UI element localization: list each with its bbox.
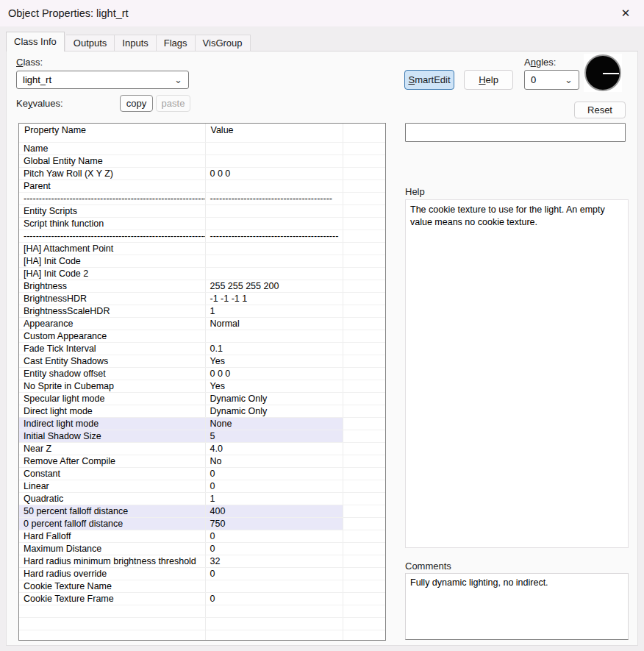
property-extra-cell[interactable] bbox=[343, 542, 386, 555]
property-name-cell[interactable]: Fade Tick Interval bbox=[19, 342, 205, 355]
property-extra-cell[interactable] bbox=[343, 617, 386, 630]
property-name-cell[interactable]: Parent bbox=[19, 179, 205, 192]
table-row[interactable]: Constant0 bbox=[19, 467, 386, 480]
separator-row[interactable]: ----------------------------------------… bbox=[19, 192, 386, 204]
property-value-cell[interactable]: Yes bbox=[205, 355, 343, 367]
property-value-cell[interactable] bbox=[205, 580, 343, 592]
property-extra-cell[interactable] bbox=[343, 492, 386, 505]
property-value-cell[interactable] bbox=[205, 330, 343, 342]
table-row[interactable]: Brightness255 255 255 200 bbox=[19, 280, 386, 292]
property-name-cell[interactable]: Entity shadow offset bbox=[19, 367, 205, 380]
property-name-cell[interactable]: BrightnessHDR bbox=[19, 292, 205, 305]
property-name-cell[interactable]: Specular light mode bbox=[19, 392, 205, 405]
help-button[interactable]: Help bbox=[464, 70, 513, 90]
class-combobox[interactable]: light_rt ⌄ bbox=[16, 71, 189, 89]
property-name-cell[interactable]: Entity Scripts bbox=[19, 204, 205, 217]
property-value-cell[interactable]: 0 bbox=[205, 480, 343, 492]
property-value-cell[interactable]: 0 bbox=[205, 567, 343, 580]
table-row[interactable]: Cast Entity ShadowsYes bbox=[19, 355, 386, 367]
property-name-cell[interactable]: [HA] Init Code 2 bbox=[19, 267, 205, 280]
comments-textarea[interactable]: Fully dynamic lighting, no indirect. bbox=[405, 573, 629, 640]
property-value-cell[interactable]: ---------------------------------------- bbox=[205, 192, 343, 204]
table-row[interactable]: Cookie Texture Frame0 bbox=[19, 592, 386, 605]
property-name-cell[interactable]: Appearance bbox=[19, 317, 205, 330]
property-value-cell[interactable]: 0 bbox=[205, 542, 343, 555]
tab-inputs[interactable]: Inputs bbox=[115, 35, 156, 51]
property-extra-cell[interactable] bbox=[343, 217, 386, 230]
property-extra-cell[interactable] bbox=[343, 580, 386, 592]
property-extra-cell[interactable] bbox=[343, 154, 386, 167]
copy-button[interactable]: copy bbox=[120, 95, 153, 112]
property-value-cell[interactable] bbox=[205, 267, 343, 280]
property-value-cell[interactable]: Dynamic Only bbox=[205, 392, 343, 405]
property-extra-cell[interactable] bbox=[343, 305, 386, 317]
property-name-cell[interactable]: ----------------------------------------… bbox=[19, 230, 205, 242]
property-value-cell[interactable]: None bbox=[205, 417, 343, 430]
property-name-cell[interactable]: Cookie Texture Frame bbox=[19, 592, 205, 605]
property-value-cell[interactable]: 0 0 0 bbox=[205, 167, 343, 179]
property-name-cell[interactable]: Global Entity Name bbox=[19, 154, 205, 167]
tab-class-info[interactable]: Class Info bbox=[6, 32, 65, 51]
table-row[interactable]: Direct light modeDynamic Only bbox=[19, 405, 386, 417]
table-row[interactable] bbox=[19, 630, 386, 641]
property-extra-cell[interactable] bbox=[343, 380, 386, 392]
property-value-cell[interactable] bbox=[205, 204, 343, 217]
property-extra-cell[interactable] bbox=[343, 280, 386, 292]
table-row[interactable]: Linear0 bbox=[19, 480, 386, 492]
table-row[interactable]: Near Z4.0 bbox=[19, 442, 386, 455]
property-extra-cell[interactable] bbox=[343, 630, 386, 641]
table-row[interactable]: Quadratic1 bbox=[19, 492, 386, 505]
property-value-cell[interactable]: 4.0 bbox=[205, 442, 343, 455]
property-extra-cell[interactable] bbox=[343, 317, 386, 330]
property-name-cell[interactable]: Linear bbox=[19, 480, 205, 492]
property-name-cell[interactable]: Brightness bbox=[19, 280, 205, 292]
table-row[interactable]: [HA] Init Code bbox=[19, 255, 386, 267]
property-extra-cell[interactable] bbox=[343, 567, 386, 580]
table-row[interactable]: AppearanceNormal bbox=[19, 317, 386, 330]
property-name-cell[interactable]: No Sprite in Cubemap bbox=[19, 380, 205, 392]
tab-flags[interactable]: Flags bbox=[157, 35, 196, 51]
table-row[interactable]: 50 percent falloff distance400 bbox=[19, 505, 386, 517]
property-extra-cell[interactable] bbox=[343, 405, 386, 417]
table-row[interactable]: 0 percent falloff distance750 bbox=[19, 517, 386, 530]
table-row[interactable]: Remove After CompileNo bbox=[19, 455, 386, 467]
table-row[interactable]: Entity Scripts bbox=[19, 204, 386, 217]
property-value-cell[interactable]: 0.1 bbox=[205, 342, 343, 355]
angles-combobox[interactable]: 0 ⌄ bbox=[524, 70, 579, 90]
property-value-cell[interactable]: 255 255 255 200 bbox=[205, 280, 343, 292]
table-row[interactable]: [HA] Init Code 2 bbox=[19, 267, 386, 280]
property-name-cell[interactable]: [HA] Init Code bbox=[19, 255, 205, 267]
property-extra-cell[interactable] bbox=[343, 530, 386, 542]
property-extra-cell[interactable] bbox=[343, 342, 386, 355]
property-extra-cell[interactable] bbox=[343, 455, 386, 467]
table-row[interactable]: Script think function bbox=[19, 217, 386, 230]
property-extra-cell[interactable] bbox=[343, 430, 386, 442]
property-extra-cell[interactable] bbox=[343, 517, 386, 530]
property-value-cell[interactable]: 0 0 0 bbox=[205, 367, 343, 380]
property-value-cell[interactable]: 750 bbox=[205, 517, 343, 530]
table-row[interactable]: Cookie Texture Name bbox=[19, 580, 386, 592]
property-name-cell[interactable]: Hard radius minimum brightness threshold bbox=[19, 555, 205, 567]
property-name-cell[interactable]: BrightnessScaleHDR bbox=[19, 305, 205, 317]
table-row[interactable]: Specular light modeDynamic Only bbox=[19, 392, 386, 405]
property-name-cell[interactable]: [HA] Attachment Point bbox=[19, 242, 205, 255]
smartedit-button[interactable]: SmartEdit bbox=[404, 70, 454, 90]
property-value-cell[interactable]: ----------------------------------------… bbox=[205, 230, 343, 242]
property-extra-cell[interactable] bbox=[343, 230, 386, 242]
property-value-cell[interactable] bbox=[205, 179, 343, 192]
property-extra-cell[interactable] bbox=[343, 167, 386, 179]
tab-visgroup[interactable]: VisGroup bbox=[196, 35, 251, 51]
property-value-cell[interactable] bbox=[205, 154, 343, 167]
property-value-cell[interactable]: 0 bbox=[205, 530, 343, 542]
property-value-cell[interactable] bbox=[205, 605, 343, 617]
property-extra-cell[interactable] bbox=[343, 179, 386, 192]
property-name-cell[interactable]: Cookie Texture Name bbox=[19, 580, 205, 592]
property-extra-cell[interactable] bbox=[343, 330, 386, 342]
property-name-cell[interactable]: Script think function bbox=[19, 217, 205, 230]
property-extra-cell[interactable] bbox=[343, 480, 386, 492]
property-value-cell[interactable]: -1 -1 -1 1 bbox=[205, 292, 343, 305]
property-extra-cell[interactable] bbox=[343, 605, 386, 617]
property-extra-cell[interactable] bbox=[343, 392, 386, 405]
property-name-cell[interactable]: Name bbox=[19, 142, 205, 154]
property-extra-cell[interactable] bbox=[343, 142, 386, 154]
